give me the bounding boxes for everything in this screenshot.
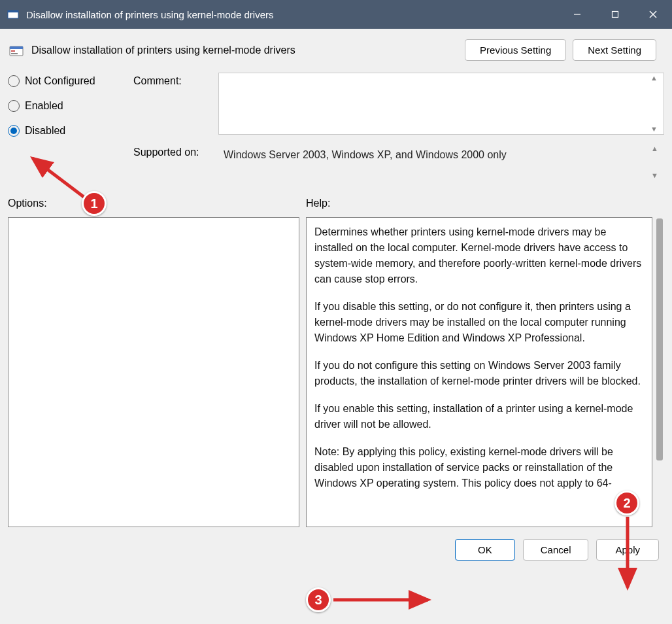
help-paragraph: Determines whether printers using kernel… (314, 224, 644, 287)
window-title: Disallow installation of printers using … (26, 9, 558, 20)
help-paragraph: If you enable this setting, installation… (314, 401, 644, 432)
help-label: Help: (306, 198, 330, 209)
window-controls (558, 0, 672, 29)
help-paragraph: If you do not configure this setting on … (314, 358, 644, 389)
comment-textbox[interactable]: ▲ ▼ (218, 73, 664, 135)
annotation-circle-2: 2 (614, 491, 639, 515)
radio-label: Enabled (25, 100, 63, 112)
policy-icon (8, 42, 25, 59)
help-pane[interactable]: Determines whether printers using kernel… (306, 217, 652, 527)
radio-icon (8, 125, 20, 137)
svg-rect-8 (11, 50, 15, 52)
radio-label: Disabled (25, 125, 65, 137)
maximize-button[interactable] (596, 0, 634, 29)
svg-rect-3 (613, 12, 618, 18)
comment-label: Comment: (133, 73, 218, 87)
apply-button[interactable]: Apply (596, 539, 659, 561)
state-radio-group: Not Configured Enabled Disabled (8, 73, 126, 190)
supported-on-value: Windows Server 2003, Windows XP, and Win… (224, 149, 507, 160)
arrow-up-icon[interactable]: ▲ (651, 145, 662, 152)
titlebar: Disallow installation of printers using … (0, 0, 672, 29)
textbox-scroll: ▲ ▼ (650, 75, 661, 133)
cancel-button[interactable]: Cancel (523, 539, 589, 561)
ok-button[interactable]: OK (455, 539, 515, 561)
policy-header: Disallow installation of printers using … (0, 29, 672, 65)
previous-setting-button[interactable]: Previous Setting (465, 39, 566, 61)
scrollbar-thumb[interactable] (656, 218, 663, 460)
content-area: Disallow installation of printers using … (0, 29, 672, 570)
radio-not-configured[interactable]: Not Configured (8, 75, 126, 87)
radio-label: Not Configured (25, 75, 95, 87)
scrollbar[interactable] (655, 217, 664, 527)
radio-icon (8, 75, 20, 87)
annotation-circle-3: 3 (306, 587, 331, 612)
close-button[interactable] (634, 0, 672, 29)
next-setting-button[interactable]: Next Setting (573, 39, 656, 61)
options-label: Options: (8, 198, 306, 209)
arrow-down-icon[interactable]: ▼ (651, 172, 662, 179)
radio-disabled[interactable]: Disabled (8, 125, 126, 137)
svg-rect-1 (8, 10, 18, 12)
help-paragraph: Note: By applying this policy, existing … (314, 444, 644, 491)
policy-title: Disallow installation of printers using … (31, 44, 465, 56)
supported-on-label: Supported on: (133, 144, 218, 158)
supported-on-value-box: Windows Server 2003, Windows XP, and Win… (218, 144, 664, 181)
svg-rect-9 (11, 53, 18, 54)
help-paragraph: If you disable this setting, or do not c… (314, 299, 644, 346)
annotation-circle-1: 1 (82, 191, 107, 216)
svg-rect-7 (10, 46, 23, 49)
radio-icon (8, 100, 20, 112)
textbox-scroll: ▲ ▼ (651, 145, 662, 179)
annotation-arrow-3 (327, 590, 438, 610)
dialog-footer: OK Cancel Apply (0, 532, 672, 570)
arrow-up-icon[interactable]: ▲ (650, 75, 661, 82)
arrow-down-icon[interactable]: ▼ (650, 126, 661, 133)
minimize-button[interactable] (558, 0, 596, 29)
radio-enabled[interactable]: Enabled (8, 100, 126, 112)
options-pane (8, 217, 299, 527)
window-icon (7, 8, 20, 21)
